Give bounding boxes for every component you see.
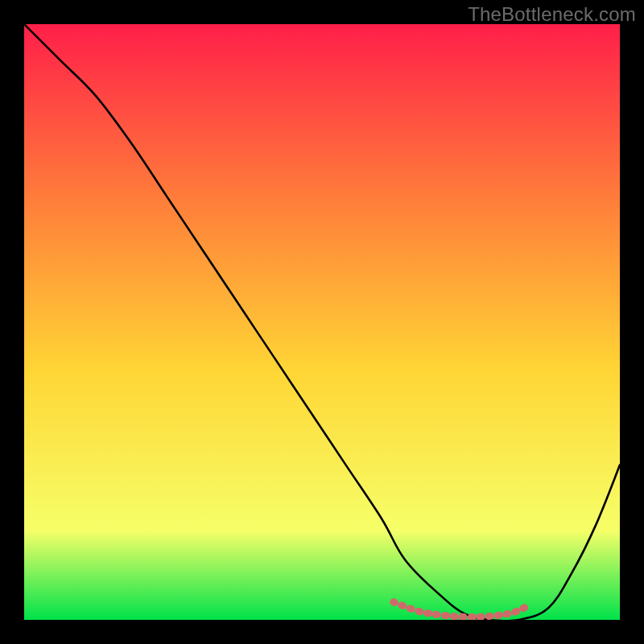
- chart-wrapper: TheBottleneck.com: [0, 0, 644, 644]
- bottleneck-chart: [24, 24, 620, 620]
- plot-area: [24, 24, 620, 620]
- watermark-text: TheBottleneck.com: [468, 3, 636, 26]
